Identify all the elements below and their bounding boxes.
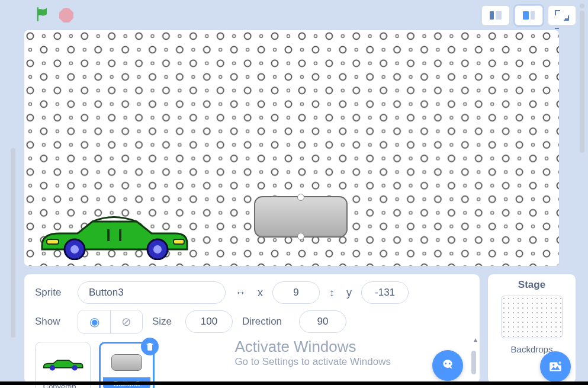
sprite-list-scrollbar[interactable] <box>471 351 476 374</box>
window-bottom-border <box>0 381 588 385</box>
svg-point-19 <box>552 364 554 365</box>
stage-toolbar <box>24 5 576 26</box>
stage-canvas[interactable] <box>24 30 560 267</box>
hide-sprite-button[interactable]: ⊘ <box>110 310 142 333</box>
delete-sprite-button[interactable] <box>141 338 159 355</box>
sprite-size-input[interactable]: 100 <box>185 310 233 333</box>
sprite-row-props: Show ◉ ⊘ Size 100 Direction 90 <box>35 310 469 334</box>
eye-off-icon: ⊘ <box>121 315 131 329</box>
y-axis-icon: ↕ y <box>329 287 352 299</box>
stop-icon[interactable] <box>59 8 73 23</box>
svg-point-15 <box>72 365 78 370</box>
svg-point-11 <box>70 245 79 254</box>
svg-point-16 <box>445 363 446 364</box>
thumb-image-car <box>42 346 83 382</box>
thumb-image-button <box>111 347 142 377</box>
backdrops-label: Backdrops <box>511 344 553 354</box>
green-flag-icon[interactable] <box>34 6 51 25</box>
fullscreen-button[interactable] <box>548 5 576 25</box>
lower-panels: Sprite ↔ x 9 ↕ y -131 Show ◉ ⊘ Size 100 … <box>24 274 576 384</box>
outer-scrollbar-right[interactable] <box>580 11 584 153</box>
svg-rect-8 <box>107 229 110 241</box>
sprite-row-name: Sprite ↔ x 9 ↕ y -131 <box>35 281 469 304</box>
svg-point-14 <box>50 365 55 370</box>
backdrop-thumbnail[interactable] <box>501 296 563 338</box>
svg-rect-9 <box>119 229 121 241</box>
stage-toolbar-right <box>481 5 576 25</box>
sprite-direction-input[interactable]: 90 <box>299 310 346 333</box>
svg-point-17 <box>449 363 451 364</box>
visibility-toggle: ◉ ⊘ <box>78 310 143 334</box>
small-stage-button[interactable] <box>481 5 510 25</box>
show-label: Show <box>35 316 68 328</box>
sprite-info-panel: Sprite ↔ x 9 ↕ y -131 Show ◉ ⊘ Size 100 … <box>24 274 480 384</box>
add-backdrop-button[interactable] <box>540 351 571 382</box>
stage-toolbar-left <box>24 6 73 25</box>
sprite-name-field[interactable] <box>89 287 214 299</box>
x-axis-icon: ↔ x <box>235 287 263 299</box>
show-sprite-button[interactable]: ◉ <box>78 310 110 333</box>
large-stage-button[interactable] <box>515 5 543 25</box>
svg-point-13 <box>153 245 162 254</box>
sprite-convertible-car[interactable] <box>36 213 190 260</box>
svg-rect-7 <box>173 239 184 244</box>
svg-rect-6 <box>47 239 59 244</box>
sprite-label: Sprite <box>35 287 68 299</box>
outer-scrollbar-left[interactable] <box>11 148 15 338</box>
stage-title: Stage <box>518 279 545 291</box>
app-frame: Sprite ↔ x 9 ↕ y -131 Show ◉ ⊘ Size 100 … <box>0 0 588 385</box>
sprite-name-input[interactable] <box>78 281 226 304</box>
eye-icon: ◉ <box>89 315 99 329</box>
stage-panel: Stage Backdrops <box>487 274 576 384</box>
direction-label: Direction <box>242 316 290 328</box>
sprite-y-input[interactable]: -131 <box>361 281 409 304</box>
sprite-x-input[interactable]: 9 <box>272 281 320 304</box>
outer-scrollbar-right-top[interactable] <box>580 4 584 8</box>
sprite-list-scroll-up-icon[interactable]: ▴ <box>474 335 477 344</box>
sprite-button3[interactable] <box>254 196 348 238</box>
size-label: Size <box>152 316 176 328</box>
add-sprite-button[interactable] <box>432 350 463 381</box>
